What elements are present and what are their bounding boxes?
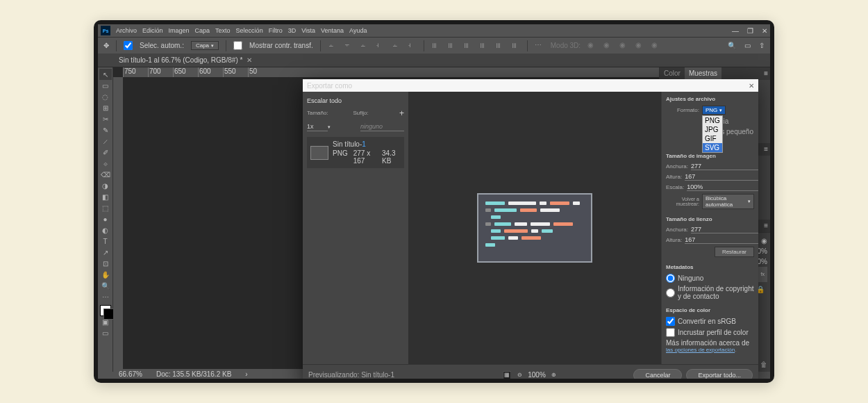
delete-icon[interactable]: 🗑: [760, 361, 767, 369]
distribute-icon[interactable]: ⫼: [447, 41, 456, 50]
metadata-none-radio[interactable]: [666, 274, 675, 283]
screenmode-icon[interactable]: ▭: [99, 327, 112, 338]
3d-icon[interactable]: ◉: [635, 41, 644, 50]
format-option-png[interactable]: PNG: [703, 116, 722, 125]
dodge-tool[interactable]: ●: [99, 213, 112, 224]
width-input[interactable]: [691, 163, 758, 170]
history-brush-tool[interactable]: ⌫: [99, 169, 112, 180]
eraser-tool[interactable]: ◑: [99, 180, 112, 191]
3d-icon[interactable]: ◉: [651, 41, 660, 50]
3d-icon[interactable]: ◉: [619, 41, 628, 50]
window-minimize[interactable]: —: [732, 27, 739, 35]
zoom-out-icon[interactable]: ⊖: [515, 371, 524, 379]
more-icon[interactable]: ⋯: [535, 41, 544, 50]
frame-icon[interactable]: ▭: [744, 42, 751, 49]
edit-toolbar[interactable]: ⋯: [99, 291, 112, 302]
menu-edicion[interactable]: Edición: [142, 27, 163, 34]
document-tab[interactable]: Sin título-1 al 66.7% (Codigo, RGB/8#) *…: [113, 55, 258, 65]
autoselect-checkbox[interactable]: [124, 41, 133, 50]
menu-capa[interactable]: Capa: [195, 27, 210, 34]
share-icon[interactable]: ⇧: [759, 42, 765, 49]
crop-tool[interactable]: ✂: [99, 113, 112, 124]
suffix-input[interactable]: [360, 122, 404, 131]
menu-imagen[interactable]: Imagen: [169, 27, 190, 34]
search-icon[interactable]: 🔍: [728, 42, 736, 49]
panel-menu-icon[interactable]: ≡: [762, 143, 770, 156]
align-vcenter-icon[interactable]: ⫟: [344, 41, 353, 50]
menu-vista[interactable]: Vista: [301, 27, 315, 34]
format-option-svg[interactable]: SVG: [703, 143, 722, 152]
tab-swatches[interactable]: Muestras: [685, 67, 721, 80]
distribute-icon[interactable]: ⫼: [511, 41, 520, 50]
type-tool[interactable]: T: [99, 236, 112, 247]
window-close[interactable]: ✕: [762, 27, 767, 35]
move-tool[interactable]: ↖: [99, 69, 112, 80]
cancel-button[interactable]: Cancelar: [633, 369, 682, 379]
path-tool[interactable]: ↗: [99, 247, 112, 258]
zoom-in-icon[interactable]: ⊕: [550, 371, 558, 379]
align-right-icon[interactable]: ⫞: [408, 41, 417, 50]
dialog-close-icon[interactable]: ✕: [749, 82, 754, 90]
color-swatch[interactable]: [100, 305, 111, 316]
align-bottom-icon[interactable]: ⫠: [360, 41, 369, 50]
menu-3d[interactable]: 3D: [288, 27, 297, 34]
window-maximize[interactable]: ❐: [747, 27, 753, 35]
add-size-button[interactable]: +: [399, 108, 404, 118]
shape-tool[interactable]: ⊡: [99, 258, 112, 269]
stamp-tool[interactable]: ⟐: [99, 158, 112, 169]
magic-wand-tool[interactable]: ⊞: [99, 102, 112, 113]
height-input[interactable]: [685, 173, 758, 181]
lasso-tool[interactable]: ◌: [99, 91, 112, 102]
menu-ayuda[interactable]: Ayuda: [349, 27, 367, 34]
format-option-jpg[interactable]: JPG: [703, 125, 722, 134]
filter-icon[interactable]: ◉: [761, 237, 767, 245]
menu-texto[interactable]: Texto: [215, 27, 231, 34]
panel-menu-icon[interactable]: ≡: [762, 67, 770, 80]
menu-ventana[interactable]: Ventana: [321, 27, 344, 34]
gradient-tool[interactable]: ◧: [99, 191, 112, 202]
cwidth-input[interactable]: [691, 226, 758, 233]
export-options-link[interactable]: las opciones de exportación: [666, 347, 735, 353]
tab-color[interactable]: Color: [660, 67, 685, 80]
zoom-level[interactable]: 66.67%: [119, 370, 142, 378]
pen-tool[interactable]: ◐: [99, 224, 112, 236]
transform-checkbox[interactable]: [233, 41, 242, 50]
restore-button[interactable]: Restaurar: [715, 247, 754, 257]
cheight-input[interactable]: [685, 236, 758, 244]
asset-item[interactable]: Sin título-1 PNG 277 x 167 34.3 KB: [307, 137, 404, 168]
menu-archivo[interactable]: Archivo: [116, 27, 137, 34]
3d-icon[interactable]: ◉: [587, 41, 596, 50]
format-option-gif[interactable]: GIF: [703, 134, 722, 143]
distribute-icon[interactable]: ⫼: [495, 41, 504, 50]
align-top-icon[interactable]: ⫠: [328, 41, 337, 50]
tab-close-icon[interactable]: ✕: [247, 56, 252, 64]
checkerboard-icon[interactable]: ▦: [503, 371, 511, 379]
marquee-tool[interactable]: ▭: [99, 80, 112, 91]
size-select[interactable]: 1x: [307, 122, 328, 131]
menu-seleccion[interactable]: Selección: [236, 27, 263, 34]
panel-menu-icon[interactable]: ≡: [762, 220, 770, 232]
blur-tool[interactable]: ⬚: [99, 202, 112, 213]
menu-filtro[interactable]: Filtro: [269, 27, 283, 34]
zoom-tool[interactable]: 🔍: [99, 280, 112, 291]
brush-tool[interactable]: ✐: [99, 147, 112, 158]
healing-tool[interactable]: ⟋: [99, 135, 112, 147]
srgb-checkbox[interactable]: [666, 317, 675, 326]
eyedropper-tool[interactable]: ✎: [99, 124, 112, 135]
distribute-icon[interactable]: ⫼: [479, 41, 488, 50]
quickmask-icon[interactable]: ▣: [99, 316, 112, 327]
distribute-icon[interactable]: ⫼: [463, 41, 472, 50]
align-hcenter-icon[interactable]: ⫠: [392, 41, 401, 50]
chevron-right-icon[interactable]: ›: [245, 370, 247, 378]
embed-checkbox[interactable]: [666, 328, 675, 337]
hand-tool[interactable]: ✋: [99, 269, 112, 280]
distribute-icon[interactable]: ⫼: [431, 41, 440, 50]
3d-icon[interactable]: ◉: [603, 41, 612, 50]
scale-input[interactable]: [687, 183, 758, 191]
autoselect-dropdown[interactable]: Capa: [191, 41, 219, 50]
export-all-button[interactable]: Exportar todo...: [686, 369, 753, 379]
fx-label[interactable]: fx: [761, 272, 765, 277]
format-dropdown[interactable]: PNG: [702, 106, 726, 115]
align-left-icon[interactable]: ⫞: [376, 41, 385, 50]
resample-dropdown[interactable]: Bicúbica automática: [702, 194, 754, 209]
